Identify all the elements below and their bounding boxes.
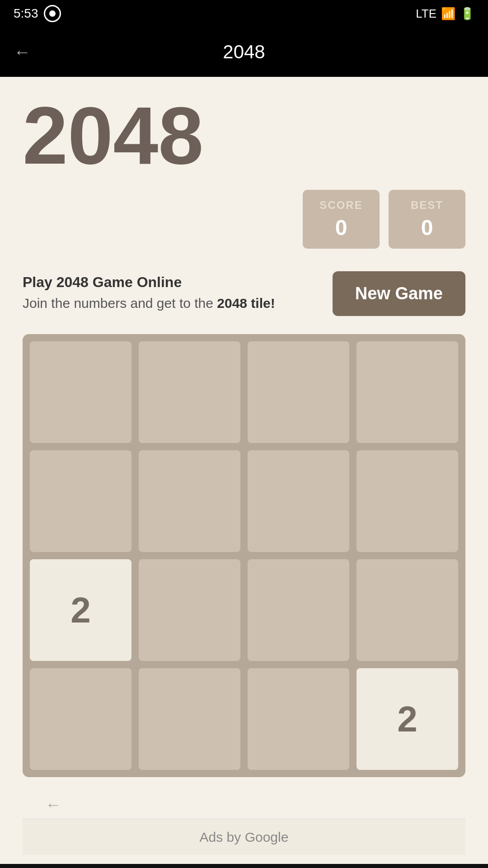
network-indicator: LTE	[416, 7, 436, 21]
score-row: SCORE 0 BEST 0	[23, 190, 465, 249]
game-board: 2 2	[23, 334, 465, 777]
description-bold: 2048 tile!	[217, 296, 275, 311]
tile-2-2	[248, 559, 349, 661]
tile-3-0	[30, 668, 131, 770]
best-box: BEST 0	[389, 190, 465, 249]
status-left: 5:53	[14, 5, 61, 22]
tile-1-2	[248, 450, 349, 552]
game-big-title: 2048	[23, 95, 465, 176]
main-content: 2048 SCORE 0 BEST 0 Play 2048 Game Onlin…	[0, 77, 488, 864]
tile-3-1	[139, 668, 240, 770]
tile-2-0: 2	[30, 559, 131, 661]
time-display: 5:53	[14, 6, 38, 21]
bottom-nav-area: ←	[23, 791, 465, 819]
tile-0-2	[248, 341, 349, 443]
battery-icon: 🔋	[460, 7, 474, 21]
score-label: SCORE	[319, 199, 362, 212]
new-game-button[interactable]: New Game	[333, 271, 465, 316]
tile-0-3	[357, 341, 458, 443]
bottom-back-arrow[interactable]: ←	[45, 795, 61, 814]
tile-2-1	[139, 559, 240, 661]
tile-2-3	[357, 559, 458, 661]
tile-1-3	[357, 450, 458, 552]
system-nav-bar	[0, 864, 488, 868]
tile-1-1	[139, 450, 240, 552]
status-bar: 5:53 LTE 📶 🔋	[0, 0, 488, 27]
status-right: LTE 📶 🔋	[416, 7, 474, 21]
tile-3-2	[248, 668, 349, 770]
notification-icon	[44, 5, 61, 22]
best-value: 0	[421, 215, 433, 240]
description-body: Join the numbers and get to the 2048 til…	[23, 293, 319, 313]
description-title: Play 2048 Game Online	[23, 271, 319, 293]
app-bar-title: 2048	[223, 41, 265, 63]
tile-0-1	[139, 341, 240, 443]
info-row: Play 2048 Game Online Join the numbers a…	[23, 271, 465, 316]
score-box: SCORE 0	[303, 190, 380, 249]
score-value: 0	[335, 215, 347, 240]
game-description: Play 2048 Game Online Join the numbers a…	[23, 271, 319, 313]
back-button[interactable]: ←	[14, 42, 31, 62]
best-label: BEST	[411, 199, 443, 212]
tile-3-3: 2	[357, 668, 458, 770]
signal-icon: 📶	[441, 7, 455, 21]
tile-1-0	[30, 450, 131, 552]
tile-0-0	[30, 341, 131, 443]
ads-bar: Ads by Google	[23, 819, 465, 855]
ads-text: Ads by Google	[200, 830, 289, 845]
app-bar: ← 2048	[0, 27, 488, 77]
